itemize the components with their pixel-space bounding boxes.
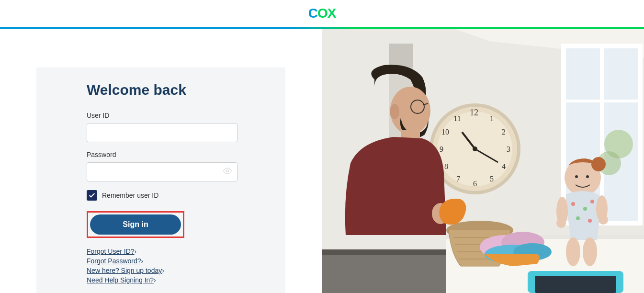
svg-text:3: 3: [507, 145, 510, 153]
svg-point-52: [590, 200, 594, 203]
password-input[interactable]: [87, 162, 237, 181]
svg-point-0: [226, 170, 229, 172]
page-title: Welcome back: [87, 82, 237, 98]
svg-text:12: 12: [470, 108, 478, 117]
signin-button-highlight: Sign in: [87, 211, 184, 238]
svg-text:2: 2: [502, 128, 506, 136]
sign-up-link[interactable]: New here? Sign up today: [87, 267, 237, 274]
signin-button[interactable]: Sign in: [90, 214, 181, 235]
hero-image: 12 1 2 3 4 5 6 7 8 9 10 11: [322, 29, 644, 293]
svg-point-51: [583, 207, 587, 211]
password-field-group: Password: [87, 151, 237, 181]
main-content: Welcome back User ID Password: [0, 29, 644, 293]
svg-text:8: 8: [444, 162, 448, 170]
forgot-password-link[interactable]: Forgot Password?: [87, 257, 237, 265]
svg-point-54: [588, 219, 592, 223]
need-help-link[interactable]: Need Help Signing In?: [87, 276, 237, 284]
svg-text:10: 10: [441, 128, 449, 136]
svg-rect-64: [322, 249, 446, 255]
left-section: Welcome back User ID Password: [0, 29, 322, 293]
svg-point-60: [583, 237, 597, 266]
cox-logo[interactable]: COX: [308, 6, 336, 21]
svg-text:1: 1: [490, 114, 494, 123]
password-wrapper: [87, 162, 237, 181]
user-id-label: User ID: [87, 112, 237, 119]
svg-point-50: [571, 202, 575, 206]
remember-label: Remember user ID: [102, 192, 158, 199]
help-links-list: Forgot User ID? Forgot Password? New her…: [87, 248, 237, 284]
svg-point-48: [575, 175, 578, 178]
svg-text:11: 11: [453, 114, 461, 123]
svg-text:4: 4: [502, 162, 506, 170]
svg-point-28: [473, 146, 477, 151]
user-id-field-group: User ID: [87, 112, 237, 142]
svg-point-47: [591, 157, 606, 171]
svg-point-49: [586, 175, 589, 178]
remember-checkbox[interactable]: [87, 190, 97, 201]
svg-point-58: [599, 215, 608, 225]
svg-text:5: 5: [490, 175, 494, 183]
svg-text:7: 7: [456, 175, 460, 183]
svg-point-59: [566, 237, 580, 266]
header: COX: [0, 0, 644, 27]
svg-rect-62: [535, 276, 616, 293]
login-card: Welcome back User ID Password: [36, 68, 285, 293]
svg-text:9: 9: [440, 145, 443, 153]
user-id-input[interactable]: [87, 123, 237, 142]
eye-icon[interactable]: [223, 167, 232, 177]
remember-checkbox-row: Remember user ID: [87, 190, 237, 201]
svg-rect-63: [322, 249, 446, 293]
svg-point-53: [576, 216, 580, 220]
password-label: Password: [87, 151, 237, 158]
svg-point-34: [390, 104, 399, 119]
svg-point-57: [556, 218, 566, 228]
hero-image-section: 12 1 2 3 4 5 6 7 8 9 10 11: [322, 29, 644, 293]
svg-text:6: 6: [473, 180, 477, 188]
svg-rect-4: [389, 44, 413, 68]
forgot-user-id-link[interactable]: Forgot User ID?: [87, 248, 237, 255]
